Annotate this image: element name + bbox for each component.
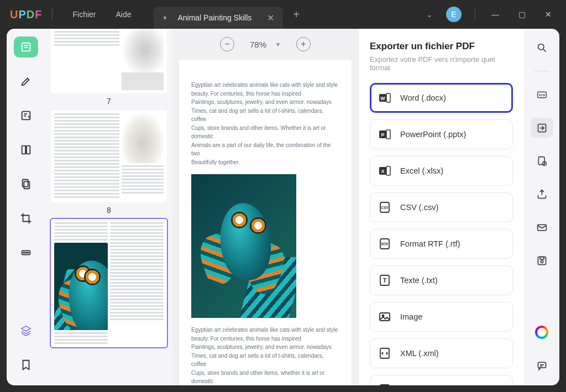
thumbnail-number: 7	[51, 97, 167, 106]
export-subtitle: Exportez votre PDF vers n'importe quel f…	[370, 55, 513, 72]
window-maximize-icon[interactable]: ▢	[515, 8, 528, 21]
svg-rect-18	[386, 166, 390, 175]
window-minimize-icon[interactable]: —	[489, 8, 502, 21]
menu-help[interactable]: Aide	[106, 7, 141, 22]
excel-icon: X	[378, 164, 391, 177]
export-option-powerpoint[interactable]: P PowerPoint (.pptx)	[370, 119, 513, 149]
svg-rect-39	[540, 257, 544, 259]
zoom-in-button[interactable]: +	[296, 37, 311, 51]
doc-text: beauty. For centuries, this horse has in…	[191, 334, 339, 343]
tool-export[interactable]	[531, 118, 553, 138]
tab-add-icon[interactable]: +	[293, 8, 300, 21]
doc-text: Beautifully together.	[191, 158, 339, 167]
divider	[475, 9, 475, 20]
svg-rect-15	[386, 130, 390, 139]
svg-text:T: T	[383, 277, 387, 284]
window-close-icon[interactable]: ✕	[542, 8, 555, 21]
svg-rect-4	[23, 180, 28, 187]
tool-bookmark[interactable]	[14, 354, 38, 375]
tool-save[interactable]	[531, 250, 553, 270]
svg-rect-12	[386, 93, 390, 102]
svg-rect-34	[538, 156, 544, 164]
zoom-out-button[interactable]: −	[220, 37, 234, 51]
document-page[interactable]: Egyptian art celebrates animals like cat…	[179, 60, 352, 385]
tool-organize[interactable]	[14, 174, 38, 195]
rtf-icon: RTF	[378, 237, 391, 250]
svg-point-30	[538, 44, 544, 50]
export-option-text[interactable]: T Texte (.txt)	[370, 265, 513, 295]
tool-page-layout[interactable]	[14, 139, 38, 160]
word-icon: W	[378, 91, 391, 104]
export-label: Texte (.txt)	[400, 276, 438, 285]
menu-file[interactable]: Fichier	[62, 7, 106, 22]
html-icon: h	[378, 383, 391, 385]
right-toolbar: OCR	[524, 29, 559, 385]
left-toolbar	[7, 29, 45, 385]
tool-ocr[interactable]: OCR	[531, 85, 553, 104]
tool-highlight[interactable]	[14, 71, 38, 92]
tool-protect[interactable]	[531, 151, 553, 171]
export-option-html[interactable]: h HTML (.html)	[370, 375, 513, 385]
svg-text:X: X	[381, 169, 384, 174]
doc-text: Paintings, sculptures, jewelry, and even…	[191, 98, 339, 107]
tool-share[interactable]	[531, 184, 553, 204]
zoom-value[interactable]: 78%▼	[250, 40, 281, 49]
user-avatar[interactable]: E	[446, 7, 462, 22]
svg-text:CSV: CSV	[381, 206, 389, 210]
tool-search[interactable]	[531, 38, 553, 58]
thumbnail-page-7[interactable]	[51, 29, 167, 93]
export-label: CSV (.csv)	[400, 203, 438, 212]
doc-owl-image	[191, 174, 296, 318]
export-option-rtf[interactable]: RTF Format RTF (.rtf)	[370, 229, 513, 259]
tool-email[interactable]	[531, 217, 553, 237]
svg-text:OCR: OCR	[538, 93, 545, 97]
export-option-image[interactable]: Image	[370, 302, 513, 332]
svg-rect-5	[24, 181, 29, 189]
thumbnail-page-8[interactable]	[51, 110, 167, 202]
svg-point-38	[541, 260, 543, 263]
doc-text: Cups, store brands and other items. whet…	[191, 369, 339, 386]
doc-text: Times, cat and dog art sells a lot of t-…	[191, 107, 339, 124]
powerpoint-icon: P	[378, 128, 391, 141]
doc-text: Egyptian art celebrates animals like cat…	[191, 81, 339, 90]
thumbnail-number: 8	[51, 206, 167, 215]
doc-text: Animals are a part of our daily life, th…	[191, 141, 339, 158]
svg-rect-25	[380, 313, 390, 321]
svg-point-9	[28, 252, 29, 253]
tool-appearance[interactable]	[531, 322, 553, 342]
tab-dropdown-icon[interactable]: ▼	[163, 15, 168, 21]
export-option-xml[interactable]: XML (.xml)	[370, 338, 513, 368]
tool-reader[interactable]	[14, 36, 38, 58]
export-label: Image	[400, 312, 422, 321]
export-label: Format RTF (.rtf)	[400, 239, 460, 248]
xml-icon	[378, 347, 391, 360]
export-label: Word (.docx)	[400, 93, 446, 102]
export-option-word[interactable]: W Word (.docx)	[370, 83, 513, 113]
doc-text: Times, cat and dog art sells a lot of t-…	[191, 352, 339, 369]
export-panel: Exporter un fichier PDF Exportez votre P…	[358, 29, 524, 385]
tool-comment[interactable]	[531, 356, 553, 375]
tool-layers[interactable]	[14, 320, 38, 341]
export-label: XML (.xml)	[400, 349, 439, 358]
thumbnail-page-9[interactable]	[51, 219, 167, 347]
tab-title: Animal Painting Skills	[177, 13, 251, 22]
zoom-toolbar: − 78%▼ +	[179, 29, 352, 60]
export-label: PowerPoint (.pptx)	[400, 130, 466, 139]
export-option-excel[interactable]: X Excel (.xlsx)	[370, 156, 513, 186]
tool-redact[interactable]	[14, 242, 38, 263]
tab-close-icon[interactable]: ✕	[267, 13, 274, 23]
doc-text: Cups, store brands and other items. Whet…	[191, 124, 339, 141]
svg-rect-2	[22, 146, 25, 154]
doc-text: beauty. For centuries, this horse has in…	[191, 90, 339, 98]
export-option-csv[interactable]: CSV CSV (.csv)	[370, 192, 513, 222]
document-tab[interactable]: ▼ Animal Painting Skills ✕	[154, 7, 284, 29]
titlebar-dropdown-icon[interactable]: ⌄	[426, 10, 433, 19]
tool-crop[interactable]	[14, 208, 38, 229]
tool-divider	[533, 71, 550, 71]
doc-text: Egyptian art celebrates animals like cat…	[191, 326, 339, 334]
svg-text:W: W	[380, 96, 385, 101]
csv-icon: CSV	[378, 201, 391, 214]
titlebar: UPDF Fichier Aide ▼ Animal Painting Skil…	[0, 0, 566, 29]
tool-edit-text[interactable]	[14, 105, 38, 126]
divider	[52, 8, 53, 21]
